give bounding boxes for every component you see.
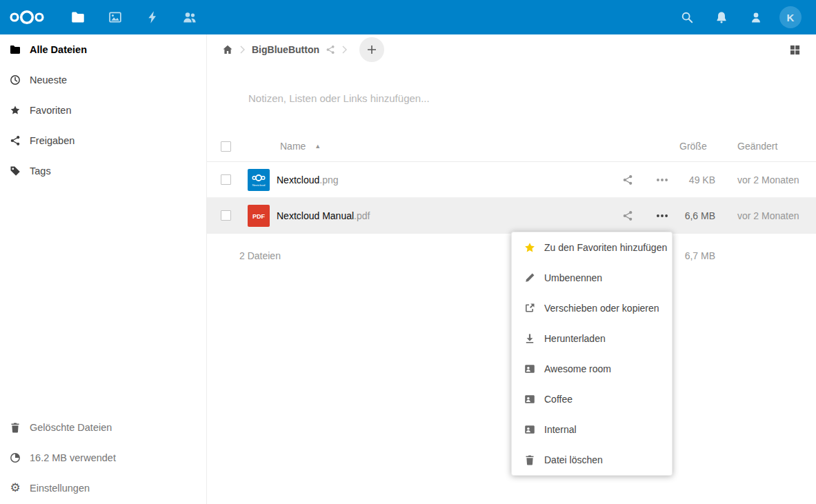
room-icon xyxy=(524,363,535,374)
sidebar-item-settings[interactable]: ⚙ Einstellungen xyxy=(0,473,206,503)
grid-view-icon xyxy=(790,45,800,55)
menu-item-label: Umbenennen xyxy=(544,272,602,283)
table-row[interactable]: PDF Nextcloud Manual.pdf 6,6 MB vor 2 Mo… xyxy=(207,198,816,234)
file-name[interactable]: Nextcloud.png xyxy=(277,174,610,185)
sidebar-item-favorites[interactable]: Favoriten xyxy=(0,95,206,125)
column-header-modified[interactable]: Geändert xyxy=(737,141,816,152)
move-copy-icon xyxy=(524,303,535,314)
contacts-app-icon xyxy=(183,10,197,24)
avatar[interactable]: K xyxy=(779,6,802,28)
file-actions-button[interactable] xyxy=(645,174,679,186)
sidebar-item-deleted-files[interactable]: Gelöschte Dateien xyxy=(0,412,206,443)
select-all-checkbox[interactable] xyxy=(221,141,231,152)
name-header-label: Name xyxy=(280,141,306,152)
app-activity-button[interactable] xyxy=(134,0,171,34)
menu-item-label: Zu den Favoriten hinzufügen xyxy=(544,242,667,253)
chevron-right-icon xyxy=(342,46,347,54)
sidebar-item-tags[interactable]: Tags xyxy=(0,156,206,186)
thumbnail-label: Nextcloud xyxy=(252,183,266,187)
file-actions-button[interactable] xyxy=(645,210,679,222)
thumbnail-label: PDF xyxy=(252,213,266,220)
pencil-icon xyxy=(524,272,535,283)
menu-item-room-awesome-room[interactable]: Awesome room xyxy=(512,354,672,384)
menu-item-label: Datei löschen xyxy=(544,454,603,465)
gear-icon: ⚙ xyxy=(10,483,21,494)
pdf-thumbnail: PDF xyxy=(248,205,270,227)
star-icon xyxy=(10,105,21,116)
menu-item-label: Herunterladen xyxy=(544,333,606,344)
app-nav xyxy=(59,0,208,34)
chevron-right-icon xyxy=(240,46,245,54)
file-list-header: Name ▲ Größe Geändert xyxy=(207,131,816,162)
menu-item-move-or-copy[interactable]: Verschieben oder kopieren xyxy=(512,293,672,323)
tag-icon xyxy=(10,165,21,177)
new-file-button[interactable] xyxy=(359,37,384,62)
file-size: 6,6 MB xyxy=(679,210,715,221)
plus-icon xyxy=(367,45,377,54)
more-dots-icon xyxy=(656,174,668,186)
share-button[interactable] xyxy=(610,210,645,221)
sidebar-item-quota[interactable]: 16.2 MB verwendet xyxy=(0,443,206,473)
search-button[interactable] xyxy=(670,0,704,34)
summary-file-count: 2 Dateien xyxy=(239,250,281,261)
sidebar-item-recent[interactable]: Neueste xyxy=(0,65,206,95)
table-row[interactable]: Nextcloud Nextcloud.png 49 KB vor 2 Mona… xyxy=(207,162,816,198)
file-actions-menu: Zu den Favoriten hinzufügen Umbenennen V… xyxy=(511,232,673,476)
notifications-button[interactable] xyxy=(704,0,739,34)
folder-icon xyxy=(10,44,21,55)
search-icon xyxy=(681,11,693,23)
menu-item-download[interactable]: Herunterladen xyxy=(512,323,672,354)
menu-item-delete-file[interactable]: Datei löschen xyxy=(512,445,672,475)
share-icon xyxy=(622,174,633,185)
nextcloud-image-thumbnail: Nextcloud xyxy=(248,169,270,191)
quota-pie-icon xyxy=(10,452,21,463)
more-dots-icon xyxy=(656,210,668,222)
file-name[interactable]: Nextcloud Manual.pdf xyxy=(277,210,610,221)
column-header-name[interactable]: Name ▲ xyxy=(280,141,321,152)
notifications-bell-icon xyxy=(715,11,728,23)
contacts-menu-icon xyxy=(750,11,762,23)
app-photos-button[interactable] xyxy=(97,0,134,34)
home-icon[interactable] xyxy=(222,44,233,55)
file-modified: vor 2 Monaten xyxy=(737,210,816,221)
topbar: K xyxy=(0,0,816,34)
clock-icon xyxy=(10,74,21,85)
select-checkbox[interactable] xyxy=(221,174,231,185)
summary-total-size: 6,7 MB xyxy=(679,250,715,261)
app-files-button[interactable] xyxy=(59,0,97,34)
column-header-size[interactable]: Größe xyxy=(679,141,715,152)
share-button[interactable] xyxy=(610,174,645,185)
controls-bar: BigBlueButton xyxy=(207,34,816,65)
sidebar-item-all-files[interactable]: Alle Dateien xyxy=(0,34,206,65)
file-basename: Nextcloud xyxy=(277,174,319,185)
menu-item-add-to-favorites[interactable]: Zu den Favoriten hinzufügen xyxy=(512,232,672,263)
contacts-menu-button[interactable] xyxy=(739,0,773,34)
sidebar-item-label: Freigaben xyxy=(30,135,74,146)
share-icon xyxy=(622,210,633,221)
breadcrumb-folder[interactable]: BigBlueButton xyxy=(252,44,319,55)
file-extension: .pdf xyxy=(354,210,370,221)
sort-ascending-icon: ▲ xyxy=(315,143,321,150)
share-icon[interactable] xyxy=(326,45,335,54)
select-checkbox[interactable] xyxy=(221,210,231,221)
trash-icon xyxy=(524,454,535,465)
sidebar: Alle Dateien Neueste Favoriten Freigaben… xyxy=(0,34,207,504)
menu-item-room-coffee[interactable]: Coffee xyxy=(512,384,672,414)
sidebar-footer: Gelöschte Dateien 16.2 MB verwendet ⚙ Ei… xyxy=(0,412,206,504)
notes-input[interactable] xyxy=(248,91,545,105)
sidebar-item-label: Favoriten xyxy=(30,105,71,116)
file-extension: .png xyxy=(319,174,338,185)
menu-item-rename[interactable]: Umbenennen xyxy=(512,263,672,293)
photos-icon xyxy=(108,10,122,24)
activity-icon xyxy=(146,10,159,24)
file-basename: Nextcloud Manual xyxy=(277,210,354,221)
room-icon xyxy=(524,394,535,405)
grid-view-toggle[interactable] xyxy=(782,37,807,62)
menu-item-label: Verschieben oder kopieren xyxy=(544,303,659,314)
app-contacts-button[interactable] xyxy=(171,0,208,34)
sidebar-item-shares[interactable]: Freigaben xyxy=(0,125,206,156)
user-menu-button[interactable]: K xyxy=(773,0,808,34)
files-folder-icon xyxy=(71,10,85,24)
menu-item-room-internal[interactable]: Internal xyxy=(512,414,672,445)
sidebar-item-label: 16.2 MB verwendet xyxy=(30,452,116,463)
